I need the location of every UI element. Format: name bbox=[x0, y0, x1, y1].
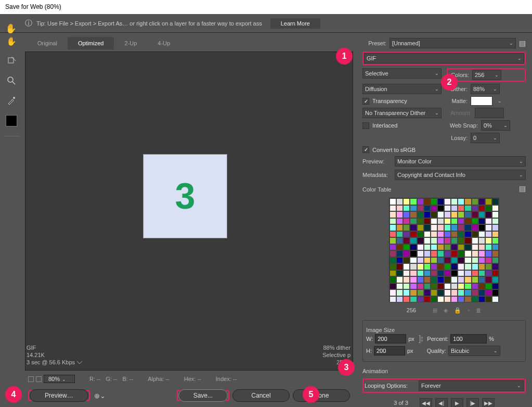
window-titlebar: Save for Web (80%) bbox=[0, 0, 532, 14]
info-icon: ⓘ bbox=[25, 19, 32, 28]
width-input[interactable] bbox=[375, 334, 406, 344]
tip-bar: ⓘ Tip: Use File > Export > Export As… or… bbox=[0, 14, 532, 33]
tab-2up[interactable]: 2-Up bbox=[114, 37, 147, 49]
svg-line-3 bbox=[12, 82, 15, 84]
looping-select[interactable]: Forever⌄ bbox=[419, 380, 524, 391]
trash-icon[interactable]: 🗑 bbox=[476, 307, 482, 314]
flyout-menu-icon[interactable]: ▤ bbox=[519, 39, 526, 47]
new-icon[interactable]: ▫ bbox=[468, 307, 470, 314]
save-button[interactable]: Save... bbox=[178, 389, 228, 402]
tab-optimized[interactable]: Optimized bbox=[68, 37, 114, 49]
tab-4up[interactable]: 4-Up bbox=[147, 37, 180, 49]
color-table[interactable] bbox=[389, 198, 499, 302]
frame-indicator: 3 of 3 bbox=[394, 400, 408, 406]
percent-input[interactable] bbox=[450, 334, 487, 344]
websnap-select[interactable]: 0%⌄ bbox=[481, 120, 510, 131]
annotation-5: 5 bbox=[303, 386, 319, 403]
dither-select[interactable]: 88%⌄ bbox=[471, 84, 500, 94]
height-input[interactable] bbox=[374, 346, 405, 355]
tab-original[interactable]: Original bbox=[27, 37, 68, 49]
svg-point-2 bbox=[8, 77, 13, 82]
matte-swatch[interactable] bbox=[471, 96, 492, 106]
done-button[interactable]: Done bbox=[293, 389, 350, 402]
divider bbox=[4, 136, 19, 136]
eyedropper-tool-icon[interactable] bbox=[6, 95, 17, 106]
tip-text: Tip: Use File > Export > Export As… or r… bbox=[36, 20, 262, 27]
preset-select[interactable]: [Unnamed]⌄ bbox=[390, 38, 516, 48]
quality-select[interactable]: Bicubic⌄ bbox=[448, 346, 500, 356]
tool-strip: ✋ bbox=[0, 33, 23, 407]
color-swatch[interactable] bbox=[6, 115, 17, 126]
preview-tabs: Original Optimized 2-Up 4-Up bbox=[23, 35, 355, 49]
prev-frame-button[interactable]: ◀| bbox=[435, 398, 448, 407]
lock-icon[interactable]: 🔒 bbox=[454, 307, 461, 314]
cancel-button[interactable]: Cancel bbox=[232, 389, 290, 402]
play-button[interactable]: ▶ bbox=[451, 398, 463, 407]
grid2-icon[interactable] bbox=[36, 376, 42, 382]
svg-point-4 bbox=[13, 97, 15, 99]
reduction-select[interactable]: Selective⌄ bbox=[362, 68, 442, 79]
preview-info-left: GIF 14.21K 3 sec @ 56.6 Kbps bbox=[27, 344, 82, 366]
browser-icon[interactable]: ⊕⌄ bbox=[94, 392, 106, 400]
trans-dither-select[interactable]: No Transparency Dither⌄ bbox=[362, 108, 442, 118]
learn-more-button[interactable]: Learn More bbox=[270, 18, 320, 29]
preview-area[interactable]: 3 GIF 14.21K 3 sec @ 56.6 Kbps 88% dithe… bbox=[25, 52, 353, 371]
amount-select bbox=[475, 108, 504, 118]
zoom-tool-icon[interactable] bbox=[6, 75, 17, 86]
annotation-2: 2 bbox=[441, 74, 458, 91]
cube-icon[interactable]: ⊞ bbox=[433, 307, 437, 314]
interlaced-checkbox[interactable] bbox=[362, 122, 369, 129]
color-table-tools: 256 ⊞ ◈ 🔒 ▫ 🗑 bbox=[362, 306, 526, 317]
canvas-preview: 3 bbox=[143, 154, 227, 238]
zoom-select[interactable]: 80%⌄ bbox=[44, 375, 75, 383]
slice-tool-icon[interactable] bbox=[6, 56, 17, 66]
first-frame-button[interactable]: ◀◀ bbox=[420, 398, 432, 407]
metadata-select[interactable]: Copyright and Contact Info⌄ bbox=[395, 170, 526, 180]
format-select[interactable]: GIF⌄ bbox=[364, 53, 524, 63]
preview-colorspace-select[interactable]: Monitor Color⌄ bbox=[395, 156, 526, 167]
dither-method-select[interactable]: Diffusion⌄ bbox=[362, 84, 442, 94]
image-size-header: Image Size bbox=[366, 327, 522, 333]
last-frame-button[interactable]: ▶▶ bbox=[482, 398, 495, 407]
annotation-4: 4 bbox=[5, 386, 22, 403]
preview-button[interactable]: Preview… bbox=[30, 389, 88, 402]
lossy-select[interactable]: 0⌄ bbox=[471, 133, 500, 143]
transparency-checkbox[interactable]: ✓ bbox=[362, 98, 369, 105]
link-icon[interactable]: ]↕ bbox=[419, 334, 423, 344]
animation-header: Animation bbox=[362, 368, 526, 374]
colortable-menu-icon[interactable]: ▤ bbox=[519, 184, 526, 193]
svg-rect-0 bbox=[8, 58, 14, 63]
color-table-header: Color Table bbox=[362, 186, 391, 193]
srgb-checkbox[interactable]: ✓ bbox=[362, 146, 369, 153]
hand-tool-icon[interactable]: ✋ bbox=[6, 36, 17, 46]
hand-icon[interactable]: ✋ bbox=[5, 23, 17, 34]
colors-select[interactable]: 256⌄ bbox=[472, 70, 501, 80]
annotation-1: 1 bbox=[336, 48, 353, 65]
annotation-3: 3 bbox=[338, 359, 355, 376]
grid-icon[interactable] bbox=[28, 376, 34, 382]
status-bar: 80%⌄ R: --G: --B: -- Alpha: -- Hex: -- I… bbox=[23, 372, 355, 386]
shift-icon[interactable]: ◈ bbox=[444, 307, 448, 314]
preset-label: Preset: bbox=[362, 40, 386, 46]
next-frame-button[interactable]: |▶ bbox=[466, 398, 479, 407]
